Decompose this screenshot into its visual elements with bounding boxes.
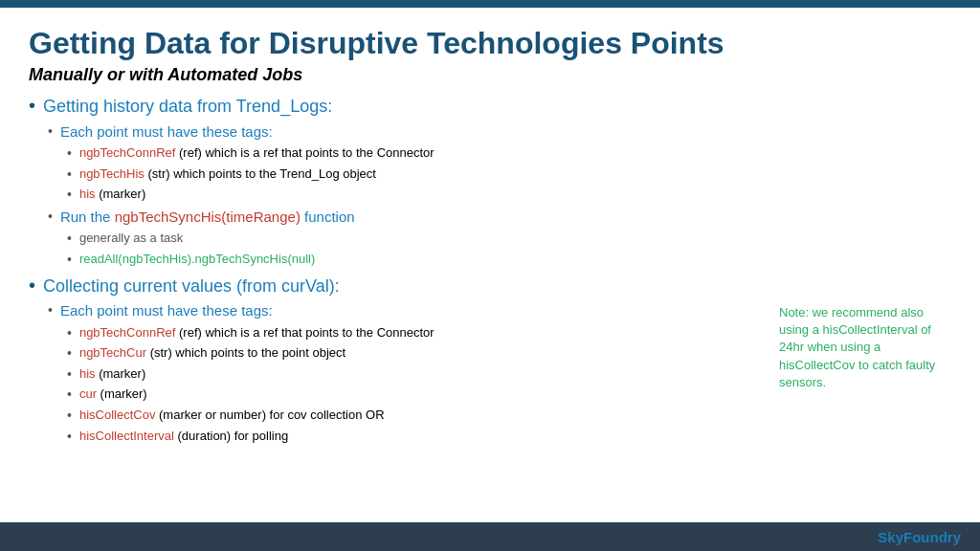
top-bar [0,0,980,8]
list-item: • Run the ngbTechSyncHis(timeRange) func… [48,208,951,269]
bullet-icon: • [67,165,72,185]
brand-foundry: Foundry [903,529,961,545]
list-item: • Each point must have these tags: • ngb… [48,122,951,205]
bullet-icon: • [67,365,72,385]
bullet-icon: • [48,122,53,142]
brand-sky: Sky [878,529,903,545]
bottom-bar: SkyFoundry [0,522,980,551]
inner-list-2: • generally as a task • readAll(ngbTechH… [48,230,951,269]
tag-item: ngbTechConnRef (ref) which is a ref that… [79,324,434,342]
bullet-icon: • [48,208,53,227]
tag-item: hisCollectInterval (duration) for pollin… [79,428,288,445]
tag-item: hisCollectCov (marker or number) for cov… [79,407,385,424]
tag-name: his [79,187,96,201]
bullet-icon: • [67,186,72,205]
list-item: • hisCollectInterval (duration) for poll… [67,428,951,447]
page-subtitle: Manually or with Automated Jobs [29,65,951,85]
tag-item: ngbTechHis (str) which points to the Tre… [79,165,376,183]
tag-name: his [79,366,96,381]
tag-item: his (marker) [79,186,145,203]
bullet-icon: • [67,386,72,405]
subsection-title: Each point must have these tags: [60,122,273,142]
bullet-icon: • [29,273,35,298]
page-title: Getting Data for Disruptive Technologies… [29,25,951,61]
list-item: • his (marker) [67,186,951,205]
tag-item: his (marker) [79,365,145,383]
bullet-icon: • [48,301,53,320]
note-box: Note: we recommend also using a hisColle… [779,304,951,391]
list-item: • generally as a task [67,230,951,249]
tag-name: hisCollectInterval [79,429,174,443]
main-content: Getting Data for Disruptive Technologies… [0,8,980,461]
bullet-icon: • [67,428,72,447]
tag-name: ngbTechHis [79,166,145,181]
function-label: Run the ngbTechSyncHis(timeRange) functi… [60,208,355,227]
function-name: ngbTechSyncHis(timeRange) [115,209,301,225]
section2-title: Collecting current values (from curVal): [43,275,340,298]
tag-item: ngbTechCur (str) which points to the poi… [79,344,345,362]
bullet-icon: • [67,230,72,249]
list-item: • hisCollectCov (marker or number) for c… [67,407,951,426]
tag-name: ngbTechConnRef [79,325,175,340]
note-text: Note: we recommend also using a hisColle… [779,305,935,389]
code-example: readAll(ngbTechHis).ngbTechSyncHis(null) [79,251,315,268]
bullet-icon: • [67,144,72,164]
section1-title: Getting history data from Trend_Logs: [43,95,332,118]
tag-item: ngbTechConnRef (ref) which is a ref that… [79,144,434,162]
inner-list-2: • ngbTechConnRef (ref) which is a ref th… [48,144,951,205]
list-item: • readAll(ngbTechHis).ngbTechSyncHis(nul… [67,251,951,270]
brand-logo: SkyFoundry [878,529,961,545]
inner-list: • Each point must have these tags: • ngb… [29,122,951,269]
tag-name: cur [79,386,97,401]
bullet-icon: • [67,407,72,426]
tag-name: ngbTechCur [79,345,146,360]
tag-name: ngbTechConnRef [79,145,175,160]
bullet-icon: • [67,324,72,343]
bullet-icon: • [67,344,72,364]
bullet-icon: • [67,251,72,270]
list-item: • ngbTechConnRef (ref) which is a ref th… [67,144,951,164]
tag-name: hisCollectCov [79,408,155,422]
list-item: • ngbTechHis (str) which points to the T… [67,165,951,185]
task-note: generally as a task [79,230,183,247]
bullet-icon: • [29,93,35,118]
outer-list: • Getting history data from Trend_Logs: … [29,95,951,446]
tag-item: cur (marker) [79,386,147,403]
subsection-title: Each point must have these tags: [60,301,273,320]
list-item: • Getting history data from Trend_Logs: … [29,95,951,269]
